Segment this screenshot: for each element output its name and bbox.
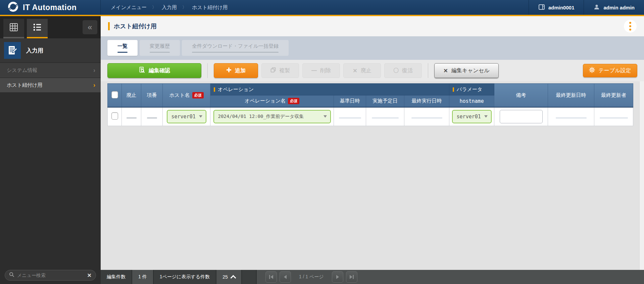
empty-value-dash: [372, 118, 399, 118]
row-host-cell: server01: [163, 107, 210, 126]
hostname-select[interactable]: server01: [452, 110, 492, 123]
sidebar-item-system-info[interactable]: システム情報 ›: [0, 63, 101, 78]
column-header-scheduled-date: 実施予定日: [366, 95, 404, 107]
tab-download-upload[interactable]: 全件ダウンロード・ファイル一括登録: [182, 40, 289, 56]
chevron-right-icon: ›: [93, 82, 95, 89]
sidebar-tab-grid[interactable]: [3, 19, 24, 38]
workspace-name: admin0001: [548, 5, 575, 10]
collapse-icon: «: [88, 23, 92, 31]
empty-value-dash: [600, 118, 628, 118]
per-page-label: 1ページに表示する件数: [154, 270, 216, 284]
tab-underline: [117, 52, 128, 53]
per-page-value: 25: [222, 274, 228, 280]
column-header-operation-name-label: オペレーション名: [245, 98, 286, 104]
per-page-select[interactable]: 25: [216, 270, 242, 284]
empty-value-dash: [147, 118, 157, 118]
table-row: server01 2024/04/01 12:00_作業前データ収集: [108, 107, 633, 126]
column-header-remarks: 備考: [494, 84, 548, 107]
row-base-datetime-cell: [334, 107, 366, 126]
sidebar-item-host-link[interactable]: ホスト紐付け用 ›: [0, 78, 101, 93]
row-scheduled-date-cell: [366, 107, 404, 126]
column-header-host-label: ホスト名: [169, 92, 190, 98]
column-header-updated-by: 最終更新者: [594, 84, 633, 107]
user-menu[interactable]: admin admin: [584, 0, 644, 15]
duplicate-label: 複製: [279, 67, 290, 74]
host-select[interactable]: server01: [167, 110, 206, 123]
prev-page-button[interactable]: [280, 271, 291, 283]
menu-search-box: ✕: [5, 270, 96, 281]
row-discard-cell: [122, 107, 141, 126]
add-button[interactable]: 追加: [214, 63, 258, 78]
tab-change-history[interactable]: 変更履歴: [140, 40, 180, 56]
table-footer-bar: 編集件数 1 件 1ページに表示する件数 25 1 / 1 ページ: [101, 270, 644, 284]
tab-underline: [150, 52, 170, 53]
logo-area: IT Automation: [0, 0, 101, 15]
next-page-button[interactable]: [332, 271, 343, 283]
row-last-run-cell: [404, 107, 449, 126]
row-hostname-cell: server01: [449, 107, 494, 126]
remarks-input[interactable]: [500, 110, 543, 123]
tab-label: 変更履歴: [150, 43, 170, 49]
row-remarks-cell: [494, 107, 548, 126]
row-checkbox[interactable]: [111, 112, 118, 120]
table-settings-label: テーブル設定: [598, 67, 631, 74]
duplicate-button[interactable]: 複製: [261, 63, 299, 78]
sidebar-search-area: ✕: [0, 267, 101, 284]
group-accent-bar: [214, 87, 215, 92]
discard-button[interactable]: ✕ 廃止: [343, 63, 381, 78]
kebab-menu-button[interactable]: [624, 20, 637, 33]
input-menu-icon: [4, 42, 21, 59]
top-header: IT Automation メインメニュー 〉 入力用 〉 ホスト紐付け用 ad…: [0, 0, 644, 16]
body-row: « 入力用 システム情報 › ホスト紐付け用 ›: [0, 16, 644, 284]
column-header-host: ホスト名必須: [163, 84, 210, 107]
search-icon: [9, 272, 14, 279]
tab-label: 全件ダウンロード・ファイル一括登録: [192, 43, 279, 49]
list-icon: [33, 23, 42, 33]
column-header-number: 項番: [141, 84, 163, 107]
tab-list[interactable]: 一覧: [107, 40, 138, 56]
sidebar-tab-menu-list[interactable]: [27, 19, 48, 38]
edit-confirm-icon: [139, 67, 145, 75]
sidebar-collapse-button[interactable]: «: [83, 20, 97, 34]
edit-confirm-label: 編集確認: [149, 67, 170, 74]
tab-underline: [192, 52, 279, 53]
x-icon: ✕: [353, 68, 357, 74]
breadcrumb-item[interactable]: メインメニュー: [111, 4, 147, 11]
menu-search-input[interactable]: [17, 273, 85, 278]
dropdown-arrow-icon: [484, 115, 488, 118]
table-header-group-row: 廃止 項番 ホスト名必須 オペレーション パラメータ 備考: [108, 84, 633, 95]
main-area: ホスト紐付け用 一覧 変更履歴 全件ダウンロード・ファイル一括登録: [101, 16, 644, 284]
column-group-parameter: パラメータ: [449, 84, 494, 95]
add-label: 追加: [235, 67, 246, 74]
group-accent-bar: [453, 87, 454, 92]
sidebar-item-label: システム情報: [7, 67, 37, 74]
group-parameter-label: パラメータ: [457, 86, 482, 92]
search-clear-icon[interactable]: ✕: [87, 272, 92, 279]
chevron-up-icon: [230, 275, 236, 281]
kebab-dot: [629, 29, 631, 31]
workspace-menu[interactable]: admin0001: [529, 0, 584, 15]
operation-select[interactable]: 2024/04/01 12:00_作業前データ収集: [213, 110, 331, 123]
empty-value-dash: [127, 118, 137, 118]
table-settings-button[interactable]: テーブル設定: [583, 64, 637, 77]
empty-value-dash: [411, 118, 442, 118]
scrollbar-track[interactable]: [639, 81, 644, 270]
discard-label: 廃止: [361, 67, 371, 74]
edit-cancel-label: 編集キャンセル: [451, 67, 490, 74]
restore-button[interactable]: 〇 復活: [384, 63, 422, 78]
pagination: 1 / 1 ページ: [257, 270, 644, 284]
edit-confirm-button[interactable]: 編集確認: [107, 63, 201, 78]
plus-icon: [226, 67, 232, 74]
delete-button[interactable]: — 削除: [302, 63, 340, 78]
kebab-dot: [629, 25, 631, 27]
edit-cancel-button[interactable]: ✕ 編集キャンセル: [434, 63, 499, 78]
breadcrumb-item[interactable]: 入力用: [162, 4, 177, 11]
breadcrumb-item[interactable]: ホスト紐付け用: [192, 4, 228, 11]
last-page-button[interactable]: [346, 271, 357, 283]
first-page-button[interactable]: [265, 271, 277, 283]
select-all-checkbox[interactable]: [111, 91, 118, 98]
action-toolbar: 編集確認 追加 複製 — 削除: [101, 60, 644, 81]
required-badge: 必須: [288, 98, 299, 104]
data-table: 廃止 項番 ホスト名必須 オペレーション パラメータ 備考: [107, 83, 633, 126]
page-info: 1 / 1 ページ: [299, 274, 324, 280]
